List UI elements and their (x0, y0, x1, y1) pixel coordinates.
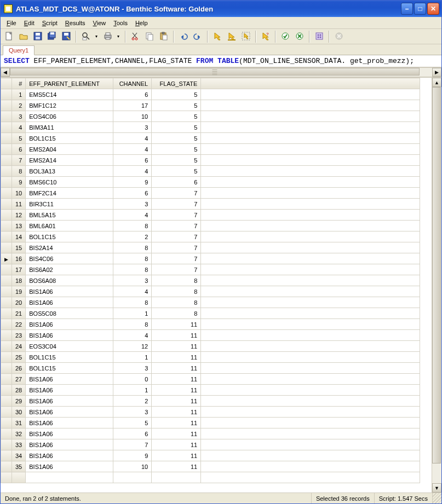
table-row[interactable]: 6EMS2A0445 (1, 144, 420, 155)
cell-channel[interactable]: 8 (113, 221, 152, 231)
table-row[interactable]: 3EOS4C06105 (1, 111, 420, 122)
cell-eff-parent-element[interactable]: BMF2C14 (26, 188, 113, 199)
table-row[interactable]: 27BIS1A06011 (1, 374, 420, 385)
cell-flag-state[interactable]: 5 (152, 122, 201, 133)
cut-icon[interactable] (129, 30, 142, 43)
rownum-header[interactable]: # (12, 78, 26, 89)
menu-results[interactable]: Results (61, 19, 89, 27)
table-row[interactable]: 19BIS1A0648 (1, 286, 420, 297)
cell-channel[interactable]: 9 (113, 450, 152, 461)
cell-eff-parent-element[interactable]: BIS2A14 (26, 242, 113, 253)
row-selector[interactable] (1, 199, 12, 210)
column-header-flag-state[interactable]: FLAG_STATE (152, 78, 201, 89)
table-row[interactable]: 24EOS3C041211 (1, 341, 420, 352)
cell-eff-parent-element[interactable]: BIS6A02 (26, 264, 113, 275)
row-selector[interactable] (1, 450, 12, 461)
cell-eff-parent-element[interactable]: BOL1C15 (26, 133, 113, 144)
cell-flag-state[interactable]: 8 (152, 308, 201, 319)
tab-query1[interactable]: Query1 (3, 45, 35, 55)
cell-flag-state[interactable]: 7 (152, 253, 201, 264)
cell-flag-state[interactable]: 11 (152, 407, 201, 418)
cell-flag-state[interactable]: 11 (152, 352, 201, 363)
menu-view[interactable]: View (89, 19, 110, 27)
cell-channel[interactable]: 6 (113, 188, 152, 199)
table-row[interactable]: 15BIS2A1487 (1, 242, 420, 253)
table-row[interactable]: 35BIS1A061011 (1, 461, 420, 472)
row-selector[interactable] (1, 374, 12, 385)
cell-flag-state[interactable]: 11 (152, 330, 201, 341)
table-row[interactable]: 8BOL3A1345 (1, 166, 420, 177)
row-selector[interactable] (1, 144, 12, 155)
table-row[interactable]: 21BOS5C0818 (1, 308, 420, 319)
redo-icon[interactable] (191, 30, 204, 43)
row-selector[interactable] (1, 428, 12, 439)
table-row[interactable]: 16BIS4C0687 (1, 253, 420, 264)
cell-flag-state[interactable]: 7 (152, 221, 201, 231)
undo-icon[interactable] (177, 30, 190, 43)
cell-flag-state[interactable]: 5 (152, 155, 201, 166)
save-icon[interactable] (31, 30, 44, 43)
run-selection-icon[interactable] (239, 30, 252, 43)
cell-flag-state[interactable]: 8 (152, 275, 201, 286)
cell-eff-parent-element[interactable]: BIS1A06 (26, 450, 113, 461)
cell-flag-state[interactable]: 11 (152, 341, 201, 352)
cell-flag-state[interactable]: 7 (152, 242, 201, 253)
cell-flag-state[interactable]: 11 (152, 461, 201, 472)
menu-edit[interactable]: Edit (20, 19, 38, 27)
row-selector[interactable] (1, 308, 12, 319)
row-selector[interactable] (1, 111, 12, 122)
table-row[interactable]: 7EMS2A1465 (1, 155, 420, 166)
cell-eff-parent-element[interactable]: BIS1A06 (26, 396, 113, 407)
save-all-icon[interactable] (45, 30, 59, 43)
cell-flag-state[interactable]: 11 (152, 428, 201, 439)
cell-flag-state[interactable]: 8 (152, 286, 201, 297)
print-icon[interactable] (101, 30, 114, 43)
copy-icon[interactable] (143, 30, 156, 43)
row-selector[interactable] (1, 319, 12, 330)
row-selector[interactable] (1, 166, 12, 177)
cell-eff-parent-element[interactable]: BOL3A13 (26, 166, 113, 177)
row-selector[interactable] (1, 418, 12, 428)
row-selector[interactable] (1, 100, 12, 111)
cell-eff-parent-element[interactable]: BOS5C08 (26, 308, 113, 319)
row-selector[interactable] (1, 89, 12, 100)
row-selector[interactable] (1, 286, 12, 297)
cell-flag-state[interactable]: 11 (152, 363, 201, 374)
cell-channel[interactable]: 1 (113, 385, 152, 396)
table-row[interactable]: 26BOL1C15311 (1, 363, 420, 374)
cell-channel[interactable]: 3 (113, 275, 152, 286)
table-row[interactable]: 18BOS6A0838 (1, 275, 420, 286)
cell-flag-state[interactable]: 5 (152, 111, 201, 122)
cell-flag-state[interactable]: 5 (152, 100, 201, 111)
table-row[interactable]: 11BIR3C1137 (1, 199, 420, 210)
cell-channel[interactable]: 6 (113, 89, 152, 100)
cell-channel[interactable]: 4 (113, 166, 152, 177)
cell-eff-parent-element[interactable]: BIS1A06 (26, 330, 113, 341)
cell-eff-parent-element[interactable]: BOL1C15 (26, 352, 113, 363)
scroll-right-button[interactable]: ▶ (432, 68, 441, 77)
cell-channel[interactable]: 10 (113, 111, 152, 122)
row-selector-header[interactable] (1, 78, 12, 89)
cell-channel[interactable]: 4 (113, 144, 152, 155)
cell-eff-parent-element[interactable]: BOL1C15 (26, 363, 113, 374)
row-selector[interactable] (1, 242, 12, 253)
cell-channel[interactable]: 6 (113, 428, 152, 439)
explain-plan-icon[interactable]: ? (259, 30, 272, 43)
cell-eff-parent-element[interactable]: BML5A15 (26, 210, 113, 221)
rollback-icon[interactable] (293, 30, 306, 43)
cell-eff-parent-element[interactable]: EMS2A14 (26, 155, 113, 166)
column-header-channel[interactable]: CHANNEL (113, 78, 152, 89)
scroll-track[interactable] (10, 68, 432, 77)
cell-channel[interactable]: 1 (113, 352, 152, 363)
cell-flag-state[interactable]: 11 (152, 385, 201, 396)
cell-flag-state[interactable]: 8 (152, 297, 201, 308)
table-row[interactable]: 31BIS1A06511 (1, 418, 420, 428)
cell-channel[interactable]: 2 (113, 231, 152, 242)
row-selector[interactable] (1, 122, 12, 133)
cell-flag-state[interactable]: 5 (152, 166, 201, 177)
cell-eff-parent-element[interactable]: EMS2A04 (26, 144, 113, 155)
cell-channel[interactable]: 0 (113, 374, 152, 385)
cell-flag-state[interactable]: 11 (152, 319, 201, 330)
run-line-icon[interactable] (225, 30, 238, 43)
row-selector[interactable] (1, 231, 12, 242)
